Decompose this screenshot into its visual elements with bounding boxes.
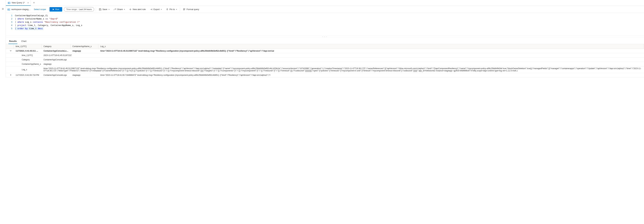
grid-header-log[interactable]: Log_s [98,44,644,49]
detail-value: time="2023-11-07T18:41:45.511590713Z" le… [42,66,644,73]
cell-time: 11/7/2023, 6:41:00.718 PM [14,73,42,77]
run-button[interactable]: Run [50,7,62,11]
play-icon [52,8,54,10]
detail-key: Category [6,58,42,62]
detail-row: Category ContainerAppConsoleLogs [6,58,644,62]
detail-value: 2023-11-07T18:41:45.5116722Z [42,53,644,57]
pin-to-button[interactable]: Pin to ▾ [164,7,178,11]
detail-key: Log_s [6,66,42,73]
splitter-handle[interactable]: • • • [6,36,644,38]
select-scope-link[interactable]: Select scope [34,8,46,10]
table-row[interactable]: 11/7/2023, 6:41:00.718 PM ContainerAppCo… [6,73,644,77]
cell-time: 11/7/2023, 6:41:45.511 ... [14,49,42,53]
detail-row: ContainerAppName_s stageapp [6,62,644,66]
detail-row: time_t [UTC] 2023-11-07T18:41:45.5116722… [6,53,644,58]
cell-log: time="2023-11-07T18:41:45.511590713Z" le… [98,49,644,53]
add-tab-button[interactable]: + [31,0,37,6]
tab-chart[interactable]: Chart [20,39,27,44]
expand-toggle[interactable] [6,49,14,53]
format-query-button[interactable]: Format query [182,7,200,11]
toolbar-separator [180,7,180,11]
editor-code[interactable]: ContainerAppConsoleLogs_CL| where Contai… [15,14,644,35]
detail-value: stageapp [42,62,644,66]
tab-close-icon[interactable]: × [28,1,29,4]
pin-icon [166,8,168,11]
cell-log: time="2023-11-07T18:41:00.718468847Z" le… [98,73,644,77]
export-icon [150,8,152,11]
query-tab[interactable]: New Query 1* × [6,0,31,6]
detail-key: time_t [UTC] [6,53,42,57]
results-tab-bar: Results Chart [6,38,644,44]
grid-header-time[interactable]: time_t [UTC] [14,44,42,49]
time-range-label: Time range : [66,8,78,10]
share-button[interactable]: Share ▾ [112,7,126,11]
grid-header-row: time_t [UTC] Category ContainerAppName_s… [6,44,644,49]
query-tab-bar: New Query 1* × + [6,0,644,6]
cell-category: ContainerAppConsoleLogs [42,73,70,77]
tab-results[interactable]: Results [8,39,17,44]
table-row[interactable]: 11/7/2023, 6:41:45.511 ... ContainerAppC… [6,49,644,53]
grid-header-category[interactable]: Category [42,44,70,49]
chevron-down-icon: ▾ [161,8,162,10]
grid-header-app[interactable]: ContainerAppName_s [70,44,98,49]
cell-app: stageapp [70,73,98,77]
time-range-picker[interactable]: Time range : Last 24 hours [64,7,94,11]
save-icon [99,8,102,11]
chevron-down-icon: ▾ [108,8,110,10]
chevron-right-double-icon [2,8,4,10]
export-button[interactable]: Export ▾ [148,7,163,11]
share-icon [114,8,116,11]
detail-value: ContainerAppConsoleLogs [42,58,644,62]
workspace-selector[interactable]: workspace-stageg... [8,8,30,11]
time-range-value: Last 24 hours [79,8,92,10]
new-alert-rule-button[interactable]: New alert rule [128,7,147,11]
grid-header-expand [6,44,14,49]
query-toolbar: workspace-stageg... Select scope Run Tim… [6,6,644,13]
query-editor[interactable]: 1 2 3 4 5 ContainerAppConsoleLogs_CL| wh… [6,13,644,36]
save-button[interactable]: Save ▾ [98,7,111,11]
expand-toggle[interactable] [6,73,14,77]
chevron-down-icon: ▾ [176,8,177,10]
detail-key: ContainerAppName_s [6,62,42,66]
cell-category: ContainerAppConsoleLogs [42,49,70,53]
chevron-right-icon [10,74,12,76]
format-icon [183,8,186,11]
results-grid: time_t [UTC] Category ContainerAppName_s… [6,44,644,77]
sidebar-expand[interactable] [0,0,6,77]
detail-row: Log_s time="2023-11-07T18:41:45.51159071… [6,66,644,73]
cell-app: stageapp [70,49,98,53]
chevron-down-icon [10,50,12,52]
query-icon [8,1,10,4]
chevron-down-icon: ▾ [124,8,125,10]
editor-gutter: 1 2 3 4 5 [6,14,15,35]
plus-icon [129,8,132,11]
toolbar-separator [96,7,96,11]
workspace-name: workspace-stageg... [11,8,30,10]
tab-title: New Query 1* [12,1,25,4]
workspace-icon [8,8,10,11]
